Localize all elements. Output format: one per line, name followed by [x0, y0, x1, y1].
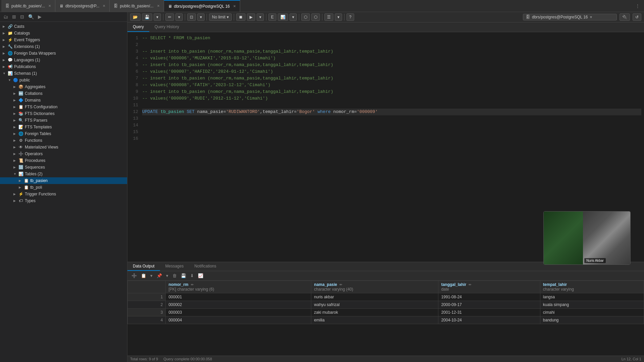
- cell-tempat_lahir[interactable]: kuala simpang: [540, 301, 644, 309]
- tab-2[interactable]: 🖥 dbrs/postgres@P... ✕: [55, 0, 110, 12]
- tree-item-sequences[interactable]: ▶ 🔢 Sequences: [0, 164, 127, 171]
- tree-item-tables-(2)[interactable]: ▼ 📊 Tables (2): [0, 171, 127, 177]
- cell-tempat_lahir[interactable]: bandung: [540, 316, 644, 324]
- messages-tab[interactable]: Messages: [160, 262, 189, 271]
- refresh-button[interactable]: ↺: [633, 13, 641, 21]
- chart-data-button[interactable]: 📈: [197, 273, 205, 279]
- tree-item-operators[interactable]: ▶ ➕ Operators: [0, 150, 127, 157]
- cell-tempat_lahir[interactable]: cimahi: [540, 309, 644, 316]
- tree-item-functions[interactable]: ▶ ⚙ Functions: [0, 137, 127, 144]
- cell-nomor_rm[interactable]: 000003: [166, 309, 311, 316]
- query-tab[interactable]: Query: [127, 22, 149, 32]
- cell-tanggal_lahir[interactable]: 2004-10-24: [438, 316, 540, 324]
- cell-nama_pasie[interactable]: wahyu safrizal: [311, 301, 438, 309]
- sidebar-search-icon[interactable]: 🔍: [27, 13, 35, 20]
- paste-button[interactable]: 📌: [155, 273, 163, 279]
- add-row-button[interactable]: ➕: [130, 273, 138, 279]
- sidebar-grid-icon[interactable]: ⊞: [11, 13, 17, 20]
- cell-tanggal_lahir[interactable]: 1991-08-24: [438, 293, 540, 301]
- tree-item-fts-configuration[interactable]: ▶ 📋 FTS Configuration: [0, 104, 127, 110]
- macro-dropdown-button[interactable]: ▾: [335, 13, 342, 21]
- cell-nomor_rm[interactable]: 000001: [166, 293, 311, 301]
- tree-item-types[interactable]: ▶ 🏷 Types: [0, 197, 127, 204]
- cell-nomor_rm[interactable]: 000002: [166, 301, 311, 309]
- cell-nama_pasie[interactable]: nuris akbar: [311, 293, 438, 301]
- delete-button[interactable]: 🗑: [171, 273, 178, 279]
- run-button[interactable]: ▶: [247, 13, 255, 21]
- tree-item-extensions-(1)[interactable]: ▶ 🔧 Extensions (1): [0, 43, 127, 50]
- tree-item-schemas-(1)[interactable]: ▼ 📊 Schemas (1): [0, 70, 127, 77]
- save-data-button[interactable]: 💾: [179, 273, 187, 279]
- paste-dropdown-button[interactable]: ▾: [165, 273, 170, 279]
- table-row[interactable]: 2000002wahyu safrizal2000-09-17kuala sim…: [128, 301, 644, 309]
- cell-nama_pasie[interactable]: emilia: [311, 316, 438, 324]
- save-dropdown-button[interactable]: ▾: [154, 13, 161, 21]
- tree-item-trigger-functions[interactable]: ▶ ⚡ Trigger Functions: [0, 191, 127, 197]
- tree-item-foreign-tables[interactable]: ▶ 🌐 Foreign Tables: [0, 130, 127, 137]
- notifications-tab[interactable]: Notifications: [189, 262, 221, 271]
- tab-2-close[interactable]: ✕: [103, 4, 105, 8]
- tree-icon: 🔷: [18, 98, 23, 103]
- chart-dropdown-button[interactable]: ▾: [289, 13, 297, 21]
- sep-6: [299, 14, 299, 20]
- tab-3[interactable]: 🗄 public.tb_pasien/... ✕: [110, 0, 164, 12]
- tree-item-fts-parsers[interactable]: ▶ 🔍 FTS Parsers: [0, 117, 127, 124]
- sidebar-explorer-icon[interactable]: 🗂: [2, 13, 9, 20]
- tab-3-close[interactable]: ✕: [157, 4, 160, 8]
- tree-item-publications[interactable]: ▶ 📢 Publications: [0, 63, 127, 70]
- filter-dropdown-button[interactable]: ▾: [197, 13, 205, 21]
- tree-item-foreign-data-wrappers[interactable]: ▶ 🌐 Foreign Data Wrappers: [0, 50, 127, 57]
- help-button[interactable]: ?: [346, 13, 354, 21]
- table-row[interactable]: 1000001nuris akbar1991-08-24langsa: [128, 293, 644, 301]
- chart-button[interactable]: 📊: [278, 13, 288, 21]
- table-row[interactable]: 4000004emilia2004-10-24bandung: [128, 316, 644, 324]
- col-header-tempat_lahir: tempat_lahir character varying: [540, 281, 644, 293]
- tree-item-fts-dictionaries[interactable]: ▶ 📚 FTS Dictionaries: [0, 110, 127, 117]
- tree-item-tb_poli[interactable]: ▶ 📋 tb_poli: [0, 184, 127, 191]
- cell-tanggal_lahir[interactable]: 2000-09-17: [438, 301, 540, 309]
- copy-button[interactable]: 📋: [140, 273, 148, 279]
- tree-item-fts-templates[interactable]: ▶ 📝 FTS Templates: [0, 124, 127, 130]
- tree-item-public[interactable]: ▼ 🔵 public: [0, 77, 127, 83]
- cell-nomor_rm[interactable]: 000004: [166, 316, 311, 324]
- macro-button[interactable]: ☰: [324, 13, 333, 21]
- tab-4[interactable]: 🖥 dbrs/postgres@PostgreSQL 16 ✕: [164, 0, 240, 12]
- copy-dropdown-button[interactable]: ▾: [149, 273, 154, 279]
- tree-item-catalogs[interactable]: ▶ 📁 Catalogs: [0, 30, 127, 37]
- sidebar-table-icon[interactable]: ⊟: [19, 13, 25, 20]
- tree-item-event-triggers[interactable]: ▶ ⚡ Event Triggers: [0, 37, 127, 43]
- tab-1-close[interactable]: ✕: [48, 4, 51, 8]
- tree-item-collations[interactable]: ▶ 🔤 Collations: [0, 90, 127, 97]
- no-limit-selector[interactable]: No limit ▾: [209, 13, 232, 21]
- tree-item-aggregates[interactable]: ▶ 📦 Aggregates: [0, 83, 127, 90]
- cell-nama_pasie[interactable]: zaki mubarok: [311, 309, 438, 316]
- tree-item-casts[interactable]: ▶ 🔗 Casts: [0, 23, 127, 30]
- db-selector[interactable]: 🗄 dbrs/postgres@PostgreSQL 16 ▾: [523, 14, 617, 20]
- cell-tempat_lahir[interactable]: langsa: [540, 293, 644, 301]
- rollback-button[interactable]: ⬡: [311, 13, 320, 21]
- open-file-button[interactable]: 📂: [130, 13, 141, 21]
- tree-item-materialized-views[interactable]: ▶ 👁 Materialized Views: [0, 144, 127, 150]
- save-button[interactable]: 💾: [142, 13, 152, 21]
- sidebar-terminal-icon[interactable]: ▶: [37, 13, 43, 20]
- tree-item-languages-(1)[interactable]: ▶ 💬 Languages (1): [0, 57, 127, 63]
- run-dropdown-button[interactable]: ▾: [257, 13, 264, 21]
- cell-tanggal_lahir[interactable]: 2001-12-31: [438, 309, 540, 316]
- tree-item-procedures[interactable]: ▶ 📜 Procedures: [0, 157, 127, 164]
- commit-button[interactable]: ⬡: [301, 13, 310, 21]
- tab-1[interactable]: 🗄 public.tb_pasien/... ✕: [1, 0, 55, 12]
- tab-more-button[interactable]: ⋮: [633, 3, 643, 9]
- query-history-tab[interactable]: Query History: [149, 22, 184, 32]
- edit-button[interactable]: ✏: [165, 13, 174, 21]
- table-row[interactable]: 3000003zaki mubarok2001-12-31cimahi: [128, 309, 644, 316]
- tab-4-close[interactable]: ✕: [233, 4, 236, 8]
- db-connect-button[interactable]: 🔌: [620, 13, 630, 21]
- tree-item-domains[interactable]: ▶ 🔷 Domains: [0, 97, 127, 104]
- download-button[interactable]: ⬇: [189, 273, 195, 279]
- data-output-tab[interactable]: Data Output: [127, 262, 160, 271]
- explain-button[interactable]: E: [268, 13, 276, 21]
- tree-item-tb_pasien[interactable]: ▶ 📋 tb_pasien: [0, 177, 127, 184]
- edit-dropdown-button[interactable]: ▾: [175, 13, 183, 21]
- filter-button[interactable]: ⊡: [187, 13, 196, 21]
- stop-button[interactable]: ⏹: [236, 13, 246, 21]
